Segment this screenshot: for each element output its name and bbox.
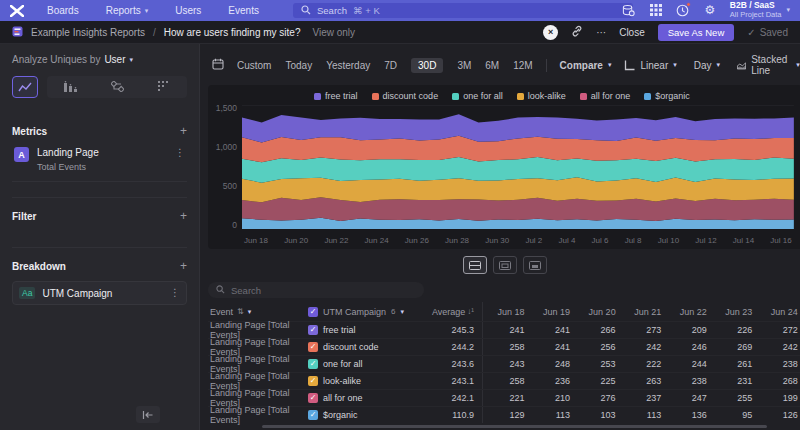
stacked-area-chart[interactable] [242,105,794,233]
mixpanel-logo-icon[interactable] [10,4,25,17]
range-custom[interactable]: Custom [237,60,271,71]
legend-swatch [580,93,587,100]
y-tick-label: 500 [210,183,237,190]
legend-label: free trial [325,91,358,101]
range-12m[interactable]: 12M [513,60,532,71]
series-checkbox[interactable]: ✓ [308,376,318,386]
data-management-icon[interactable] [622,3,636,17]
select-all-checkbox[interactable]: ✓ [308,307,318,317]
date-column-header[interactable]: Jun 19 [529,307,575,317]
nav-reports[interactable]: Reports▾ [106,5,149,16]
close-button[interactable]: Close [619,27,645,38]
table-row[interactable]: Landing Page [Total Events]✓free trial24… [208,321,800,338]
breadcrumb-report-title[interactable]: How are users finding my site? [164,27,301,38]
legend-item[interactable]: $organic [644,91,690,101]
report-canvas: CustomTodayYesterday7D30D3M6M12M Compare… [200,44,800,430]
table-row[interactable]: Landing Page [Total Events]✓all for one2… [208,389,800,406]
row-cell-value: 221 [483,393,529,403]
settings-gear-icon[interactable]: ⚙ [703,3,717,17]
campaign-column-header[interactable]: ✓ UTM Campaign 6 ▾ [308,307,420,317]
notification-dot [686,2,691,7]
legend-item[interactable]: look-alike [517,91,566,101]
range-30d[interactable]: 30D [411,58,443,73]
avatar[interactable]: × [543,25,558,40]
table-row[interactable]: Landing Page [Total Events]✓$organic110.… [208,406,800,423]
share-link-icon[interactable] [571,25,583,39]
nav-boards[interactable]: Boards [47,5,79,16]
date-column-header[interactable]: Jun 24 [756,307,800,317]
save-as-new-button[interactable]: Save As New [658,24,735,41]
series-checkbox[interactable]: ✓ [308,325,318,335]
analyze-selector[interactable]: Analyze Uniques by User ▾ [12,54,187,65]
layout-columns-button[interactable] [493,256,517,274]
breakdown-name: UTM Campaign [42,288,112,299]
horizontal-scrollbar[interactable] [262,425,767,428]
legend-item[interactable]: one for all [452,91,503,101]
table-row[interactable]: Landing Page [Total Events]✓discount cod… [208,338,800,355]
legend-item[interactable]: free trial [314,91,358,101]
chart-legend: free trialdiscount codeone for alllook-a… [210,89,794,103]
chart-type-dropdown[interactable]: Stacked Line▾ [737,54,800,76]
add-filter-button[interactable]: + [180,209,187,223]
scale-dropdown[interactable]: Linear▾ [624,60,676,71]
average-column-header[interactable]: Average↓¹ [420,307,474,317]
breadcrumb-board-name[interactable]: Example Insights Reports [31,27,145,38]
collapse-sidebar-button[interactable] [136,406,160,423]
nav-users[interactable]: Users [175,5,201,16]
date-column-header[interactable]: Jun 21 [620,307,666,317]
apps-grid-icon[interactable] [649,3,663,17]
tab-insights-selected[interactable] [12,76,38,98]
row-cell-value: 236 [529,376,575,386]
event-column-header[interactable]: Event⇅▾ [208,307,308,317]
series-checkbox[interactable]: ✓ [308,359,318,369]
layout-compact-button[interactable] [523,256,547,274]
date-column-header[interactable]: Jun 23 [711,307,757,317]
granularity-dropdown[interactable]: Day▾ [694,60,720,71]
legend-item[interactable]: discount code [372,91,439,101]
range-today[interactable]: Today [285,60,312,71]
range-7d[interactable]: 7D [384,60,397,71]
series-checkbox[interactable]: ✓ [308,393,318,403]
report-header-bar: Example Insights Reports / How are users… [0,21,800,44]
table-row[interactable]: Landing Page [Total Events]✓one for all2… [208,355,800,372]
range-6m[interactable]: 6M [485,60,499,71]
breakdown-menu-icon[interactable]: ⋮ [170,287,180,298]
divider [546,59,547,72]
chevron-down-icon: ▾ [248,308,252,316]
activity-notifications-icon[interactable] [676,3,690,17]
table-row[interactable]: Landing Page [Total Events]✓look-alike24… [208,372,800,389]
global-search-input[interactable]: Search ⌘ + K [293,3,633,18]
legend-label: discount code [383,91,439,101]
add-metric-button[interactable]: + [180,124,187,138]
layout-rows-button[interactable] [463,256,487,274]
date-column-header[interactable]: Jun 18 [483,307,529,317]
row-cell-value: 266 [574,325,620,335]
legend-item[interactable]: all for one [580,91,631,101]
stacked-line-icon [737,60,746,71]
area-series-all-for-one[interactable] [242,197,794,221]
breakdown-item-utm-campaign[interactable]: Aa UTM Campaign ⋮ [12,281,187,305]
nav-events[interactable]: Events [228,5,259,16]
series-checkbox[interactable]: ✓ [308,410,318,420]
table-header-row: Event⇅▾ ✓ UTM Campaign 6 ▾ Average↓¹ Jun… [208,302,800,321]
metric-subtitle[interactable]: Total Events [37,162,99,172]
more-options-button[interactable]: ··· [596,27,606,38]
table-search-input[interactable]: Search [208,282,424,298]
compare-dropdown[interactable]: Compare▾ [560,60,612,71]
date-column-header[interactable]: Jun 22 [665,307,711,317]
tab-retention[interactable] [158,78,170,96]
tab-flows[interactable] [111,78,124,96]
calendar-icon[interactable] [212,58,224,72]
metric-menu-icon[interactable]: ⋮ [175,147,185,158]
tab-funnels[interactable] [64,78,77,96]
add-breakdown-button[interactable]: + [180,259,187,273]
series-checkbox[interactable]: ✓ [308,342,318,352]
metric-item-landing-page[interactable]: A Landing Page Total Events ⋮ [12,145,187,182]
range-yesterday[interactable]: Yesterday [326,60,370,71]
project-selector[interactable]: B2B / SaaS All Project Data ▾ [730,1,790,19]
row-cell-value: 247 [665,393,711,403]
date-column-header[interactable]: Jun 20 [574,307,620,317]
row-average-value: 245.3 [420,325,474,335]
breakdown-table: Search Event⇅▾ ✓ UTM Campaign 6 ▾ Averag… [208,282,800,423]
range-3m[interactable]: 3M [457,60,471,71]
